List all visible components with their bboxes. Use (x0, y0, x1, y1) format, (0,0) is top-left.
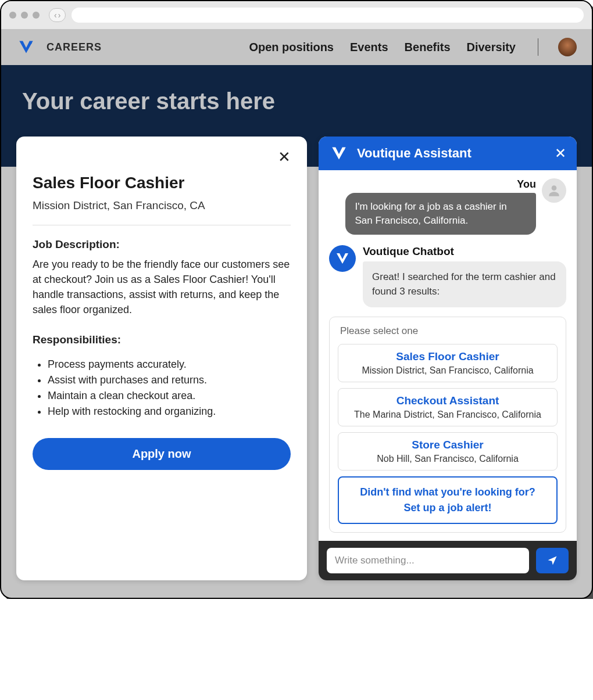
job-description-label: Job Description: (33, 238, 291, 251)
result-item-store-cashier[interactable]: Store Cashier Nob Hill, San Francisco, C… (338, 432, 558, 471)
bot-name: Voutique Chatbot (363, 245, 566, 258)
bot-avatar-icon (329, 245, 356, 272)
alert-line-1: Didn't find what you're looking for? (346, 484, 549, 500)
send-button[interactable] (536, 548, 569, 573)
responsibility-item: Process payments accurately. (48, 357, 291, 372)
user-message-bubble: I'm looking for a job as a cashier in Sa… (345, 193, 536, 235)
chat-logo-icon (329, 143, 349, 163)
chat-input[interactable] (327, 548, 529, 573)
nav-links: Open positions Events Benefits Diversity (249, 38, 577, 56)
nav-arrows[interactable]: ‹ › (49, 8, 66, 22)
traffic-light-close[interactable] (9, 12, 16, 19)
chat-header: Voutique Assistant ✕ (319, 137, 577, 170)
responsibilities-label: Responsibilities: (33, 333, 291, 346)
alert-line-2: Set up a job alert! (346, 500, 549, 516)
bot-message-bubble: Great! I searched for the term cashier a… (363, 261, 566, 307)
traffic-light-minimize[interactable] (21, 12, 28, 19)
nav-open-positions[interactable]: Open positions (249, 41, 334, 54)
result-location: The Marina District, San Francisco, Cali… (345, 410, 550, 420)
bot-message-row: Voutique Chatbot Great! I searched for t… (329, 245, 566, 307)
responsibility-item: Help with restocking and organizing. (48, 404, 291, 419)
avatar[interactable] (558, 38, 577, 56)
nav-diversity[interactable]: Diversity (467, 41, 516, 54)
result-location: Mission District, San Francisco, Califor… (345, 365, 550, 376)
result-item-checkout-assistant[interactable]: Checkout Assistant The Marina District, … (338, 388, 558, 426)
chevron-left-icon: ‹ (54, 10, 57, 20)
result-title: Checkout Assistant (345, 394, 550, 407)
browser-chrome: ‹ › (1, 1, 592, 29)
job-alert-button[interactable]: Didn't find what you're looking for? Set… (338, 476, 558, 524)
divider (33, 225, 291, 225)
svg-point-0 (30, 42, 32, 44)
apply-button[interactable]: Apply now (33, 438, 291, 470)
responsibility-item: Maintain a clean checkout area. (48, 388, 291, 404)
user-message-row: You I'm looking for a job as a cashier i… (329, 178, 566, 235)
svg-point-3 (346, 254, 348, 256)
browser-frame: ‹ › CAREERS Open positions Events Benefi… (0, 0, 593, 599)
job-card: ✕ Sales Floor Cashier Mission District, … (16, 137, 307, 580)
results-frame: Please select one Sales Floor Cashier Mi… (329, 317, 566, 533)
user-avatar-icon (542, 178, 566, 203)
result-location: Nob Hill, San Francisco, California (345, 454, 550, 464)
hero-title: Your career starts here (22, 88, 571, 114)
traffic-lights (9, 12, 40, 19)
responsibilities-list: Process payments accurately. Assist with… (33, 357, 291, 419)
send-icon (546, 555, 558, 566)
careers-label: CAREERS (47, 41, 102, 53)
logo-icon (16, 37, 36, 57)
result-title: Store Cashier (345, 439, 550, 451)
url-bar[interactable] (72, 8, 584, 23)
nav-benefits[interactable]: Benefits (405, 41, 451, 54)
responsibility-item: Assist with purchases and returns. (48, 372, 291, 388)
content-row: ✕ Sales Floor Cashier Mission District, … (1, 137, 592, 598)
nav-divider (538, 38, 538, 56)
you-label: You (517, 178, 536, 191)
job-title: Sales Floor Cashier (33, 174, 291, 192)
chevron-right-icon: › (58, 10, 61, 20)
traffic-light-maximize[interactable] (33, 12, 40, 19)
svg-point-2 (552, 185, 557, 191)
chat-input-bar (319, 541, 577, 580)
chat-title: Voutique Assistant (357, 146, 546, 161)
job-location: Mission District, San Francisco, CA (33, 199, 291, 212)
chat-close-icon[interactable]: ✕ (555, 145, 566, 161)
chat-body: You I'm looking for a job as a cashier i… (319, 170, 577, 541)
result-item-sales-floor-cashier[interactable]: Sales Floor Cashier Mission District, Sa… (338, 344, 558, 382)
results-prompt: Please select one (338, 325, 558, 337)
nav-events[interactable]: Events (350, 41, 388, 54)
close-icon[interactable]: ✕ (278, 149, 291, 164)
svg-point-1 (343, 148, 345, 150)
site-header: CAREERS Open positions Events Benefits D… (1, 29, 592, 65)
chat-card: Voutique Assistant ✕ You I'm looking for… (319, 137, 577, 580)
job-description: Are you ready to be the friendly face ou… (33, 257, 291, 317)
result-title: Sales Floor Cashier (345, 350, 550, 363)
